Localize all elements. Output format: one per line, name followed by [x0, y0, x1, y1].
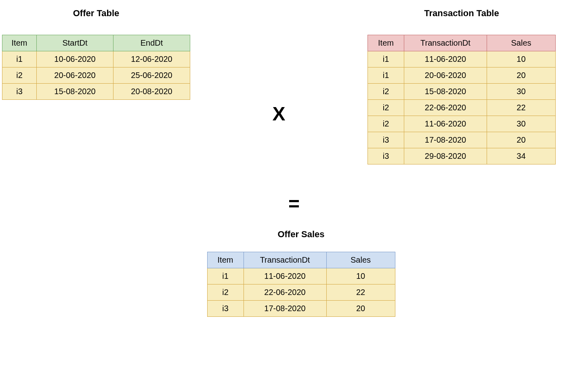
result-section: Offer Sales Item TransactionDt Sales i1 … — [14, 229, 588, 317]
table-row: i2 22-06-2020 22 — [207, 284, 395, 301]
cell-date: 11-06-2020 — [404, 51, 487, 67]
result-header-row: Item TransactionDt Sales — [207, 252, 395, 268]
table-row: i1 11-06-2020 10 — [207, 268, 395, 284]
table-row: i3 17-08-2020 20 — [368, 132, 555, 148]
cell-startdt: 20-06-2020 — [37, 67, 113, 84]
transaction-table: Item TransactionDt Sales i1 11-06-2020 1… — [368, 35, 556, 164]
table-row: i1 11-06-2020 10 — [368, 51, 555, 67]
transaction-body: i1 11-06-2020 10 i1 20-06-2020 20 i2 15-… — [368, 51, 555, 164]
cell-item: i1 — [2, 51, 37, 67]
cell-sales: 10 — [487, 51, 555, 67]
cell-enddt: 12-06-2020 — [113, 51, 190, 67]
cell-date: 15-08-2020 — [404, 84, 487, 100]
cell-date: 22-06-2020 — [244, 284, 326, 301]
transaction-header-sales: Sales — [487, 35, 555, 51]
cell-item: i1 — [207, 268, 244, 284]
cell-item: i1 — [368, 51, 404, 67]
result-table-title: Offer Sales — [277, 229, 324, 240]
offer-header-startdt: StartDt — [37, 35, 113, 51]
cell-item: i1 — [368, 67, 404, 84]
cell-item: i2 — [2, 67, 37, 84]
offer-table-title: Offer Table — [73, 8, 120, 19]
cell-item: i3 — [2, 84, 37, 100]
offer-body: i1 10-06-2020 12-06-2020 i2 20-06-2020 2… — [2, 51, 190, 100]
cell-item: i2 — [207, 284, 244, 301]
offer-section: Offer Table Item StartDt EndDt i1 10-06-… — [2, 8, 190, 100]
equals-operator: = — [0, 193, 588, 215]
offer-table: Item StartDt EndDt i1 10-06-2020 12-06-2… — [2, 35, 190, 100]
cell-date: 11-06-2020 — [244, 268, 326, 284]
multiply-operator: X — [272, 103, 285, 125]
cell-item: i3 — [207, 301, 244, 317]
cell-startdt: 15-08-2020 — [37, 84, 113, 100]
cell-item: i3 — [368, 132, 404, 148]
table-row: i1 10-06-2020 12-06-2020 — [2, 51, 190, 67]
table-row: i2 20-06-2020 25-06-2020 — [2, 67, 190, 84]
cell-item: i3 — [368, 148, 404, 164]
table-row: i1 20-06-2020 20 — [368, 67, 555, 84]
cell-sales: 30 — [487, 84, 555, 100]
cell-date: 11-06-2020 — [404, 116, 487, 132]
cell-date: 22-06-2020 — [404, 100, 487, 116]
table-row: i2 15-08-2020 30 — [368, 84, 555, 100]
cell-sales: 20 — [487, 132, 555, 148]
cell-sales: 10 — [326, 268, 395, 284]
transaction-header-row: Item TransactionDt Sales — [368, 35, 555, 51]
offer-header-item: Item — [2, 35, 37, 51]
cell-sales: 22 — [487, 100, 555, 116]
cell-date: 17-08-2020 — [244, 301, 326, 317]
transaction-section: Transaction Table Item TransactionDt Sal… — [368, 8, 556, 164]
table-row: i3 15-08-2020 20-08-2020 — [2, 84, 190, 100]
offer-header-enddt: EndDt — [113, 35, 190, 51]
cell-sales: 20 — [326, 301, 395, 317]
result-header-item: Item — [207, 252, 244, 268]
cell-item: i2 — [368, 100, 404, 116]
transaction-header-date: TransactionDt — [404, 35, 487, 51]
cell-item: i2 — [368, 84, 404, 100]
result-table: Item TransactionDt Sales i1 11-06-2020 1… — [207, 252, 395, 317]
transaction-header-item: Item — [368, 35, 404, 51]
table-row: i3 29-08-2020 34 — [368, 148, 555, 164]
cell-startdt: 10-06-2020 — [37, 51, 113, 67]
top-row: Offer Table Item StartDt EndDt i1 10-06-… — [0, 0, 588, 164]
result-header-sales: Sales — [326, 252, 395, 268]
cell-date: 20-06-2020 — [404, 67, 487, 84]
cell-sales: 22 — [326, 284, 395, 301]
cell-enddt: 20-08-2020 — [113, 84, 190, 100]
cell-sales: 34 — [487, 148, 555, 164]
table-row: i2 11-06-2020 30 — [368, 116, 555, 132]
cell-date: 29-08-2020 — [404, 148, 487, 164]
cell-enddt: 25-06-2020 — [113, 67, 190, 84]
transaction-table-title: Transaction Table — [424, 8, 499, 19]
offer-header-row: Item StartDt EndDt — [2, 35, 190, 51]
result-header-date: TransactionDt — [244, 252, 326, 268]
cell-date: 17-08-2020 — [404, 132, 487, 148]
result-body: i1 11-06-2020 10 i2 22-06-2020 22 i3 17-… — [207, 268, 395, 317]
cell-sales: 30 — [487, 116, 555, 132]
cell-item: i2 — [368, 116, 404, 132]
table-row: i3 17-08-2020 20 — [207, 301, 395, 317]
cell-sales: 20 — [487, 67, 555, 84]
table-row: i2 22-06-2020 22 — [368, 100, 555, 116]
